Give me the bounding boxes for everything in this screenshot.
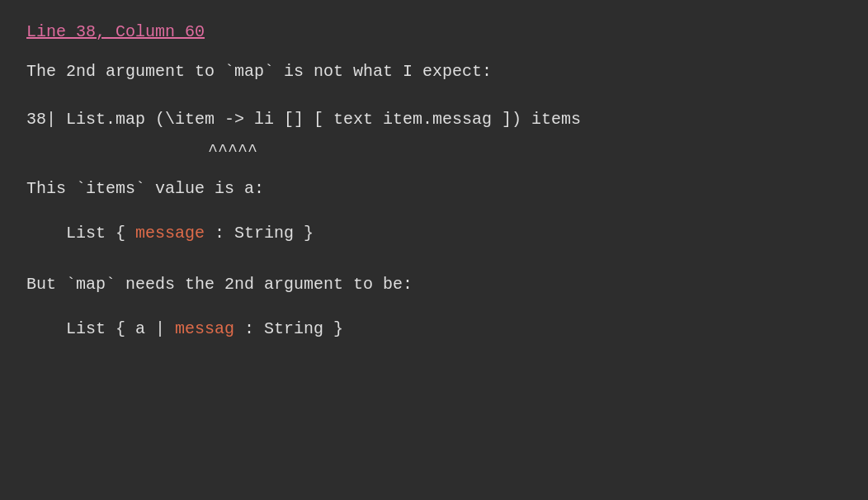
but-suffix: needs the 2nd argument to be: xyxy=(116,275,413,294)
type2-suffix: : String } xyxy=(234,319,343,338)
but-prefix: But xyxy=(26,275,66,294)
but-text: But `map` needs the 2nd argument to be: xyxy=(26,272,842,297)
this-text: This `items` value is a: xyxy=(26,177,842,201)
this-suffix: value is a: xyxy=(145,179,264,198)
caret-line: ^^^^^ xyxy=(26,139,842,163)
this-prefix: This xyxy=(26,179,76,198)
type1-suffix: : String } xyxy=(205,224,314,243)
items-backtick: `items` xyxy=(76,179,145,198)
type1-prefix: List { xyxy=(66,224,135,243)
type2-highlighted: messag xyxy=(175,319,234,338)
code-line: List.map (\item -> li [] [ text item.mes… xyxy=(66,110,581,129)
location-link[interactable]: Line 38, Column 60 xyxy=(26,20,205,45)
map-backtick: `map` xyxy=(66,275,116,294)
type1-highlighted: message xyxy=(135,224,205,243)
type-block-1: List { message : String } xyxy=(26,221,842,246)
description-text: The 2nd argument to `map` is not what I … xyxy=(26,59,842,84)
type2-prefix: List { a | xyxy=(66,319,175,338)
code-block: 38|List.map (\item -> li [] [ text item.… xyxy=(26,107,842,132)
type-block-2: List { a | messag : String } xyxy=(26,317,842,342)
line-number: 38| xyxy=(26,110,56,129)
